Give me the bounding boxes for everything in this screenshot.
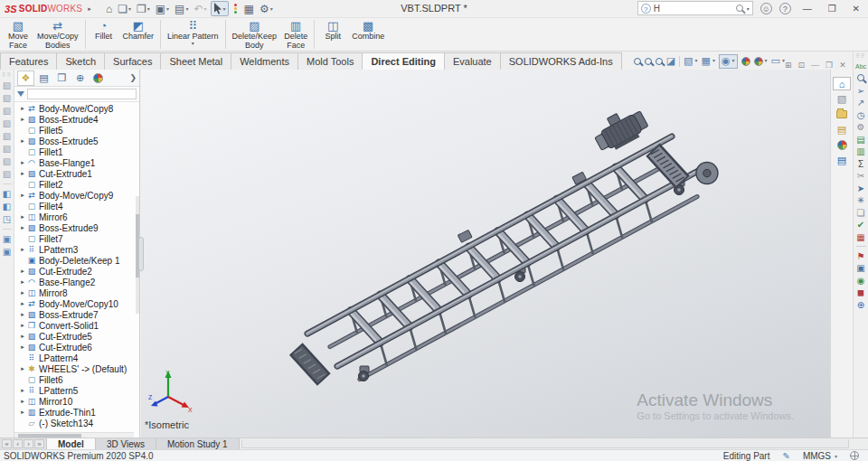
panel-expand-arrow[interactable]: ❯ <box>129 73 137 82</box>
doc-tile-icon[interactable]: ⊞ <box>785 61 792 70</box>
delete-table-icon[interactable]: ▦ <box>856 232 864 242</box>
spell-checker-icon[interactable]: Abc <box>855 61 866 71</box>
brand-expand-icon[interactable]: ▸ <box>88 5 91 13</box>
performance-evaluation-icon[interactable]: ◷ <box>857 110 865 120</box>
accept-icon[interactable]: ◉ <box>857 276 865 286</box>
chamfer-button[interactable]: ◩Chamfer <box>119 19 158 50</box>
apply-scene-icon[interactable]: ▾ <box>754 56 768 66</box>
expand-arrow-icon[interactable]: ▸ <box>19 311 26 318</box>
print-button[interactable]: ▤▾ <box>173 1 190 16</box>
update-icon[interactable]: ⊕ <box>857 300 864 310</box>
edit-appearance-icon[interactable] <box>741 57 750 66</box>
filter-input[interactable] <box>27 89 137 99</box>
undo-button[interactable]: ↶▾ <box>192 1 208 16</box>
previous-view-icon[interactable] <box>656 58 663 65</box>
tab-surfaces[interactable]: Surfaces <box>104 52 161 70</box>
compare-documents-icon[interactable]: ▤ <box>856 135 864 145</box>
tab-solidworks-add-ins[interactable]: SOLIDWORKS Add-Ins <box>500 52 622 70</box>
expand-arrow-icon[interactable]: ▸ <box>19 343 26 351</box>
tab-motion-study-1[interactable]: Motion Study 1 <box>156 438 240 449</box>
left-strip-icon[interactable]: ▧ <box>3 169 11 179</box>
tree-item-base-flange1[interactable]: ▸◠Base-Flange1 <box>14 157 134 168</box>
tab-model[interactable]: Model <box>47 438 96 449</box>
view-orientation-icon[interactable]: ▧▾ <box>684 56 697 66</box>
featuremanager-tab[interactable]: ❖ <box>17 71 34 86</box>
tree-item-body-move-copy10[interactable]: ▸⇄Body-Move/Copy10 <box>14 298 134 309</box>
tree-item-boss-extrude5[interactable]: ▸▧Boss-Extrude5 <box>14 136 134 146</box>
tree-item-lpattern4[interactable]: ⠿LPattern4 <box>14 353 134 363</box>
expand-arrow-icon[interactable]: ▸ <box>19 409 26 416</box>
tree-item-base-flange2[interactable]: ▸◠Base-Flange2 <box>14 277 134 287</box>
split-button[interactable]: ◫Split <box>317 19 348 50</box>
tab-weldments[interactable]: Weldments <box>231 52 298 70</box>
image-icon[interactable]: ▣ <box>856 263 864 273</box>
login-button[interactable]: ☺ <box>760 3 772 14</box>
doc-cascade-icon[interactable]: ⊡ <box>798 61 806 70</box>
appearances-scenes-tab[interactable] <box>833 138 851 152</box>
help-button[interactable]: ? <box>779 3 791 14</box>
route-icon[interactable]: ➤ <box>857 183 864 193</box>
move-copy-bodies-button[interactable]: ⇄Move/CopyBodies <box>33 19 82 50</box>
combine-button[interactable]: ▩Combine <box>348 19 388 50</box>
toolbar-drag-handle[interactable]: ⠿⠿ <box>856 54 866 59</box>
expand-arrow-icon[interactable]: ▸ <box>19 278 26 286</box>
tree-item-wheels-default-[interactable]: ▸✱WHEELS' -> (Default) <box>14 363 134 374</box>
configurationmanager-tab[interactable]: ❒ <box>53 71 71 86</box>
options-button[interactable]: ⚙▾ <box>258 1 275 16</box>
tree-item-mirror8[interactable]: ▸◫Mirror8 <box>14 287 134 298</box>
expand-arrow-icon[interactable]: ▸ <box>19 116 26 123</box>
expand-arrow-icon[interactable]: ▸ <box>19 192 26 199</box>
tab-sketch[interactable]: Sketch <box>56 52 105 70</box>
expand-arrow-icon[interactable]: ▸ <box>19 246 26 253</box>
tree-item--sketch134[interactable]: ▱(-) Sketch134 <box>14 418 134 428</box>
dimxpertmanager-tab[interactable]: ⊕ <box>71 71 89 86</box>
custom-properties-tab[interactable]: ▤ <box>833 154 851 167</box>
left-strip-icon[interactable]: ▧ <box>3 93 11 103</box>
tree-item-fillet1[interactable]: ▢Fillet1 <box>14 146 134 157</box>
tree-item-boss-extrude7[interactable]: ▸▧Boss-Extrude7 <box>14 309 134 320</box>
doc-minimize-button[interactable]: — <box>811 61 819 70</box>
prev-tab-button[interactable]: ‹ <box>13 439 23 448</box>
expand-arrow-icon[interactable]: ▸ <box>19 137 26 145</box>
left-strip-icon[interactable]: ▧ <box>3 144 11 154</box>
design-checker-icon[interactable] <box>857 73 864 83</box>
tree-item-lpattern3[interactable]: ▸⠿LPattern3 <box>14 244 134 255</box>
hide-show-items-icon[interactable]: ◉▾ <box>719 54 738 69</box>
left-strip-icon[interactable]: ▣ <box>3 247 11 257</box>
curvature-check-icon[interactable]: ✔ <box>857 220 864 230</box>
linear-pattern-button[interactable]: ⠿Linear Pattern▾ <box>164 19 222 50</box>
new-document-button[interactable]: ❏▾ <box>116 1 133 16</box>
sustainability-icon[interactable]: ↗ <box>857 98 864 108</box>
units-selector[interactable]: MMGS ▾ <box>803 451 837 461</box>
next-tab-button[interactable]: › <box>24 439 33 448</box>
delete-face-button[interactable]: ▥DeleteFace <box>280 19 311 50</box>
home-button[interactable]: ⌂ <box>104 1 114 16</box>
tab-3d-views[interactable]: 3D Views <box>96 438 156 449</box>
filter-icon[interactable] <box>17 91 24 97</box>
restore-button[interactable]: ❐ <box>824 4 841 14</box>
doc-close-button[interactable]: ✕ <box>839 61 846 70</box>
section-view-icon[interactable]: ◪ <box>666 56 675 66</box>
costing-icon[interactable]: ✳ <box>857 195 864 205</box>
view-settings-icon[interactable]: ▭▾ <box>771 56 785 66</box>
graphics-viewport[interactable]: Y X Z *Isometric Activate Windows Go to … <box>141 70 830 437</box>
expand-arrow-icon[interactable]: ▸ <box>19 300 26 307</box>
search-input[interactable]: H <box>654 4 733 14</box>
left-strip-icon[interactable]: ▣ <box>3 234 11 244</box>
tree-item-fillet6[interactable]: ▢Fillet6 <box>14 374 134 385</box>
equations-icon[interactable]: Σ <box>858 159 863 169</box>
expand-arrow-icon[interactable]: ▸ <box>19 365 26 372</box>
tree-item-fillet7[interactable]: ▢Fillet7 <box>14 233 134 244</box>
solidworks-resources-tab[interactable]: ▧ <box>833 92 851 106</box>
select-button[interactable]: ▾ <box>211 1 229 16</box>
tree-item-boss-extrude4[interactable]: ▸▧Boss-Extrude4 <box>14 114 134 125</box>
expand-arrow-icon[interactable]: ▸ <box>19 224 26 231</box>
check-active-document-icon[interactable]: ▥ <box>856 146 864 156</box>
save-button[interactable]: ▣▾ <box>154 1 171 16</box>
tree-item-body-delete-keep-1[interactable]: ▣Body-Delete/Keep 1 <box>14 255 134 266</box>
open-button[interactable]: ❐▾ <box>135 1 152 16</box>
tab-evaluate[interactable]: Evaluate <box>444 52 501 70</box>
tree-item-fillet4[interactable]: ▢Fillet4 <box>14 201 134 212</box>
tree-item-cut-extrude2[interactable]: ▸▨Cut-Extrude2 <box>14 266 134 277</box>
fillet-button[interactable]: ◔Fillet <box>89 19 119 50</box>
